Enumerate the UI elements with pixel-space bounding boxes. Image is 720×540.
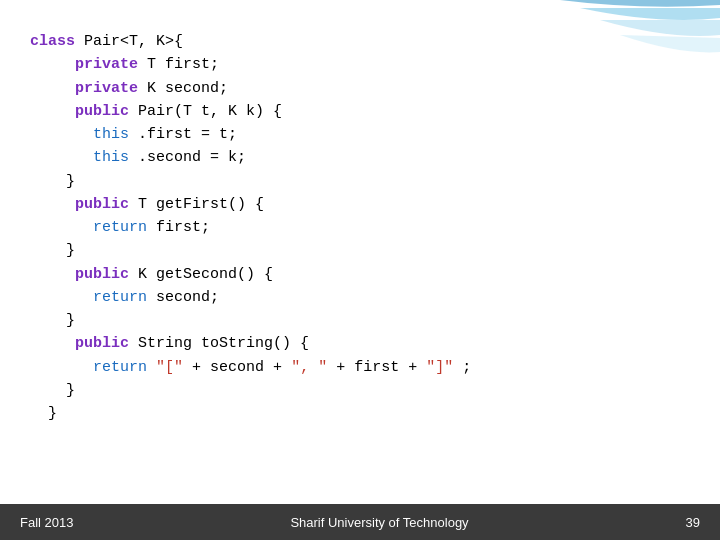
keyword-class: class [30,33,75,50]
code-line-15: return "[" + second + ", " + first + "]"… [30,356,690,379]
code-line-3: private K second; [30,77,690,100]
keyword-private-1: private [75,56,138,73]
string-open-bracket: "[" [156,359,183,376]
slide-content: class Pair<T, K>{ private T first; priva… [30,20,690,500]
keyword-public-2: public [75,196,129,213]
footer-left: Fall 2013 [20,515,73,530]
footer-center: Sharif University of Technology [290,515,468,530]
return-keyword-3: return [93,359,147,376]
code-line-9: return first; [30,216,690,239]
code-line-12: return second; [30,286,690,309]
code-line-17: } [30,402,690,425]
this-keyword-2: this [93,149,129,166]
string-close-bracket: "]" [426,359,453,376]
code-line-4: public Pair(T t, K k) { [30,100,690,123]
code-line-13: } [30,309,690,332]
footer: Fall 2013 Sharif University of Technolog… [0,504,720,540]
keyword-public-1: public [75,103,129,120]
code-line-11: public K getSecond() { [30,263,690,286]
code-line-5: this .first = t; [30,123,690,146]
keyword-public-3: public [75,266,129,283]
code-line-10: } [30,239,690,262]
string-comma: ", " [291,359,327,376]
return-keyword-2: return [93,289,147,306]
code-line-16: } [30,379,690,402]
return-keyword-1: return [93,219,147,236]
keyword-public-4: public [75,335,129,352]
code-block: class Pair<T, K>{ private T first; priva… [30,30,690,425]
footer-right: 39 [686,515,700,530]
code-line-14: public String toString() { [30,332,690,355]
code-line-1: class Pair<T, K>{ [30,30,690,53]
this-keyword-1: this [93,126,129,143]
keyword-private-2: private [75,80,138,97]
code-line-2: private T first; [30,53,690,76]
code-line-6: this .second = k; [30,146,690,169]
code-line-7: } [30,170,690,193]
code-line-8: public T getFirst() { [30,193,690,216]
